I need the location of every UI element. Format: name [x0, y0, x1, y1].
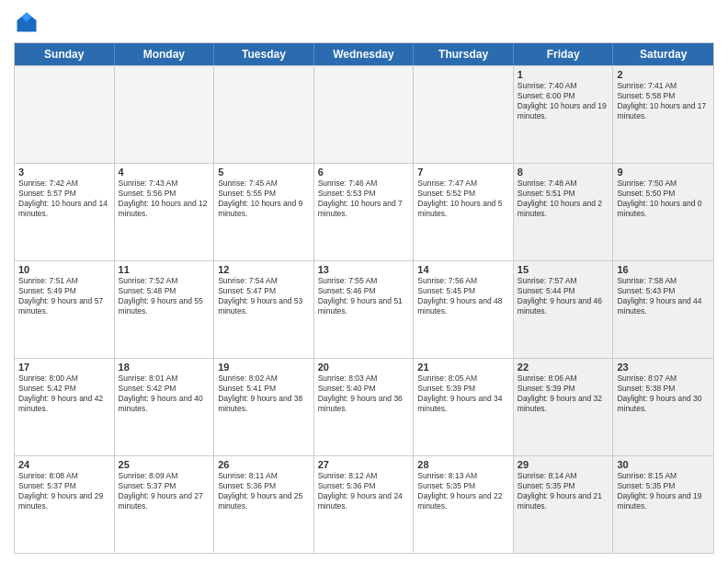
- day-number: 23: [617, 362, 710, 373]
- cell-info: Sunrise: 8:01 AM Sunset: 5:42 PM Dayligh…: [119, 373, 210, 414]
- calendar-cell: 22Sunrise: 8:06 AM Sunset: 5:39 PM Dayli…: [514, 359, 614, 455]
- header-cell-thursday: Thursday: [414, 43, 514, 65]
- day-number: 11: [119, 264, 210, 275]
- cell-info: Sunrise: 8:06 AM Sunset: 5:39 PM Dayligh…: [518, 373, 609, 414]
- cell-info: Sunrise: 7:43 AM Sunset: 5:56 PM Dayligh…: [119, 178, 210, 219]
- header: [14, 9, 714, 35]
- calendar-cell: 9Sunrise: 7:50 AM Sunset: 5:50 PM Daylig…: [613, 164, 713, 260]
- day-number: 3: [18, 167, 110, 178]
- calendar-cell: 30Sunrise: 8:15 AM Sunset: 5:35 PM Dayli…: [613, 456, 713, 553]
- calendar-cell: 25Sunrise: 8:09 AM Sunset: 5:37 PM Dayli…: [115, 456, 215, 553]
- day-number: 22: [518, 362, 609, 373]
- cell-info: Sunrise: 8:12 AM Sunset: 5:36 PM Dayligh…: [318, 471, 410, 511]
- calendar-row-4: 24Sunrise: 8:08 AM Sunset: 5:37 PM Dayli…: [15, 455, 713, 553]
- calendar-cell: 19Sunrise: 8:02 AM Sunset: 5:41 PM Dayli…: [214, 359, 314, 455]
- day-number: 4: [119, 167, 210, 178]
- cell-info: Sunrise: 8:02 AM Sunset: 5:41 PM Dayligh…: [218, 373, 310, 414]
- day-number: 1: [518, 69, 609, 80]
- logo: [14, 9, 43, 35]
- day-number: 8: [518, 167, 609, 178]
- day-number: 27: [318, 459, 410, 470]
- day-number: 30: [617, 459, 710, 470]
- cell-info: Sunrise: 8:13 AM Sunset: 5:35 PM Dayligh…: [417, 471, 509, 511]
- calendar-body: 1Sunrise: 7:40 AM Sunset: 6:00 PM Daylig…: [15, 65, 713, 553]
- calendar-row-3: 17Sunrise: 8:00 AM Sunset: 5:42 PM Dayli…: [15, 358, 713, 455]
- page: SundayMondayTuesdayWednesdayThursdayFrid…: [0, 0, 728, 563]
- day-number: 25: [119, 459, 210, 470]
- day-number: 7: [417, 167, 509, 178]
- day-number: 17: [18, 362, 110, 373]
- calendar-cell: 6Sunrise: 7:46 AM Sunset: 5:53 PM Daylig…: [314, 164, 415, 260]
- calendar-cell: 10Sunrise: 7:51 AM Sunset: 5:49 PM Dayli…: [15, 261, 115, 358]
- cell-info: Sunrise: 7:52 AM Sunset: 5:48 PM Dayligh…: [119, 276, 210, 316]
- header-cell-monday: Monday: [115, 43, 215, 65]
- header-cell-tuesday: Tuesday: [214, 43, 314, 65]
- calendar-cell: 20Sunrise: 8:03 AM Sunset: 5:40 PM Dayli…: [314, 359, 415, 455]
- calendar: SundayMondayTuesdayWednesdayThursdayFrid…: [14, 42, 714, 554]
- day-number: 24: [18, 459, 110, 470]
- calendar-cell: 16Sunrise: 7:58 AM Sunset: 5:43 PM Dayli…: [613, 261, 713, 358]
- calendar-cell: 23Sunrise: 8:07 AM Sunset: 5:38 PM Dayli…: [613, 359, 713, 455]
- header-cell-wednesday: Wednesday: [314, 43, 415, 65]
- calendar-cell: 21Sunrise: 8:05 AM Sunset: 5:39 PM Dayli…: [414, 359, 514, 455]
- calendar-cell: 26Sunrise: 8:11 AM Sunset: 5:36 PM Dayli…: [214, 456, 314, 553]
- calendar-cell: 2Sunrise: 7:41 AM Sunset: 5:58 PM Daylig…: [613, 66, 713, 163]
- day-number: 14: [417, 264, 509, 275]
- calendar-cell: 7Sunrise: 7:47 AM Sunset: 5:52 PM Daylig…: [414, 164, 514, 260]
- day-number: 5: [218, 167, 310, 178]
- header-cell-friday: Friday: [514, 43, 614, 65]
- cell-info: Sunrise: 7:40 AM Sunset: 6:00 PM Dayligh…: [518, 81, 609, 121]
- cell-info: Sunrise: 8:14 AM Sunset: 5:35 PM Dayligh…: [518, 471, 609, 511]
- calendar-row-0: 1Sunrise: 7:40 AM Sunset: 6:00 PM Daylig…: [15, 65, 713, 163]
- cell-info: Sunrise: 7:51 AM Sunset: 5:49 PM Dayligh…: [18, 276, 110, 316]
- cell-info: Sunrise: 8:08 AM Sunset: 5:37 PM Dayligh…: [18, 471, 110, 511]
- cell-info: Sunrise: 7:47 AM Sunset: 5:52 PM Dayligh…: [417, 178, 509, 219]
- cell-info: Sunrise: 8:09 AM Sunset: 5:37 PM Dayligh…: [119, 471, 210, 511]
- logo-icon: [14, 9, 40, 35]
- calendar-cell: 14Sunrise: 7:56 AM Sunset: 5:45 PM Dayli…: [414, 261, 514, 358]
- day-number: 19: [218, 362, 310, 373]
- calendar-cell: [314, 66, 415, 163]
- day-number: 13: [318, 264, 410, 275]
- cell-info: Sunrise: 7:56 AM Sunset: 5:45 PM Dayligh…: [417, 276, 509, 316]
- calendar-cell: [214, 66, 314, 163]
- cell-info: Sunrise: 7:46 AM Sunset: 5:53 PM Dayligh…: [318, 178, 410, 219]
- calendar-cell: 24Sunrise: 8:08 AM Sunset: 5:37 PM Dayli…: [15, 456, 115, 553]
- header-cell-sunday: Sunday: [15, 43, 115, 65]
- cell-info: Sunrise: 8:05 AM Sunset: 5:39 PM Dayligh…: [417, 373, 509, 414]
- calendar-cell: 13Sunrise: 7:55 AM Sunset: 5:46 PM Dayli…: [314, 261, 415, 358]
- cell-info: Sunrise: 7:58 AM Sunset: 5:43 PM Dayligh…: [617, 276, 710, 316]
- calendar-cell: 4Sunrise: 7:43 AM Sunset: 5:56 PM Daylig…: [115, 164, 215, 260]
- day-number: 16: [617, 264, 710, 275]
- cell-info: Sunrise: 8:11 AM Sunset: 5:36 PM Dayligh…: [218, 471, 310, 511]
- day-number: 28: [417, 459, 509, 470]
- calendar-header: SundayMondayTuesdayWednesdayThursdayFrid…: [15, 43, 713, 65]
- calendar-cell: [414, 66, 514, 163]
- calendar-cell: 8Sunrise: 7:48 AM Sunset: 5:51 PM Daylig…: [514, 164, 614, 260]
- day-number: 21: [417, 362, 509, 373]
- calendar-cell: 27Sunrise: 8:12 AM Sunset: 5:36 PM Dayli…: [314, 456, 415, 553]
- day-number: 29: [518, 459, 609, 470]
- calendar-cell: [15, 66, 115, 163]
- calendar-row-2: 10Sunrise: 7:51 AM Sunset: 5:49 PM Dayli…: [15, 260, 713, 358]
- calendar-row-1: 3Sunrise: 7:42 AM Sunset: 5:57 PM Daylig…: [15, 163, 713, 260]
- day-number: 18: [119, 362, 210, 373]
- calendar-cell: 28Sunrise: 8:13 AM Sunset: 5:35 PM Dayli…: [414, 456, 514, 553]
- day-number: 2: [617, 69, 710, 80]
- cell-info: Sunrise: 7:57 AM Sunset: 5:44 PM Dayligh…: [518, 276, 609, 316]
- cell-info: Sunrise: 8:15 AM Sunset: 5:35 PM Dayligh…: [617, 471, 710, 511]
- calendar-cell: 5Sunrise: 7:45 AM Sunset: 5:55 PM Daylig…: [214, 164, 314, 260]
- day-number: 26: [218, 459, 310, 470]
- calendar-cell: 3Sunrise: 7:42 AM Sunset: 5:57 PM Daylig…: [15, 164, 115, 260]
- header-cell-saturday: Saturday: [613, 43, 713, 65]
- cell-info: Sunrise: 7:41 AM Sunset: 5:58 PM Dayligh…: [617, 81, 710, 121]
- calendar-cell: [115, 66, 215, 163]
- calendar-cell: 1Sunrise: 7:40 AM Sunset: 6:00 PM Daylig…: [514, 66, 614, 163]
- day-number: 20: [318, 362, 410, 373]
- day-number: 12: [218, 264, 310, 275]
- cell-info: Sunrise: 8:03 AM Sunset: 5:40 PM Dayligh…: [318, 373, 410, 414]
- day-number: 15: [518, 264, 609, 275]
- cell-info: Sunrise: 8:07 AM Sunset: 5:38 PM Dayligh…: [617, 373, 710, 414]
- calendar-cell: 11Sunrise: 7:52 AM Sunset: 5:48 PM Dayli…: [115, 261, 215, 358]
- calendar-cell: 12Sunrise: 7:54 AM Sunset: 5:47 PM Dayli…: [214, 261, 314, 358]
